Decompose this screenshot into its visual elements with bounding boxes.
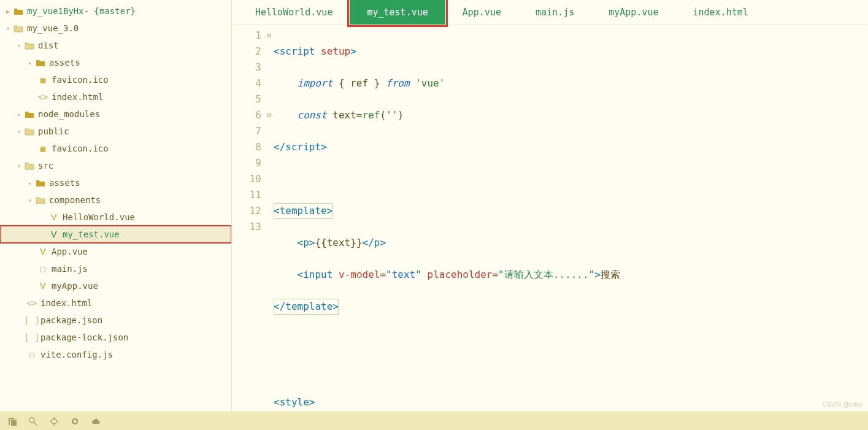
tab-indexhtml[interactable]: index.html xyxy=(676,0,766,25)
folder-open-icon xyxy=(34,196,47,204)
chevron-right-icon: ▶ xyxy=(4,8,12,15)
chevron-right-icon: ▸ xyxy=(15,111,23,118)
tree-project-root-1[interactable]: ▶ my_vue1ByHx - {master} xyxy=(0,2,231,20)
folder-icon xyxy=(34,58,47,67)
tab-label: App.vue xyxy=(463,7,501,18)
tree-item-label: my_vue_3.0 xyxy=(27,23,79,33)
folder-icon xyxy=(12,7,25,15)
tree-file-appvue[interactable]: Ⅴ App.vue xyxy=(0,243,231,260)
fold-toggle-icon[interactable]: ⊟ xyxy=(265,107,274,123)
chevron-right-icon: ▸ xyxy=(26,180,34,186)
tree-file-packagejson[interactable]: [ ] package.json xyxy=(0,312,231,329)
tree-item-label: main.js xyxy=(52,264,88,274)
tree-file-index-dist[interactable]: <> index.html xyxy=(0,88,231,106)
tree-file-myappvue[interactable]: Ⅴ myApp.vue xyxy=(0,277,231,294)
vue-file-icon: Ⅴ xyxy=(48,229,60,239)
svg-point-0 xyxy=(29,418,34,423)
folder-icon xyxy=(23,110,36,118)
file-explorer-sidebar: ▶ my_vue1ByHx - {master} ▾ my_vue_3.0 ▾ … xyxy=(0,0,232,412)
fold-toggle-icon[interactable]: ⊟ xyxy=(265,28,274,44)
folder-open-icon xyxy=(23,161,36,170)
tree-item-label: vite.config.js xyxy=(40,350,113,359)
vue-file-icon: Ⅴ xyxy=(37,281,49,291)
code-editor[interactable]: 1 2 3 4 5 6 7 8 9 10 11 12 13 ⊟ ⊟ <scrip… xyxy=(232,25,868,412)
tree-file-favicon-public[interactable]: ▦ favicon.ico xyxy=(0,140,231,157)
tab-mainjs[interactable]: main.js xyxy=(518,0,591,25)
tab-label: HelloWorld.vue xyxy=(255,7,332,18)
tree-item-label: package.json xyxy=(40,315,102,325)
tree-item-label: my_vue1ByHx xyxy=(27,6,84,16)
tab-helloworld[interactable]: HelloWorld.vue xyxy=(238,0,350,25)
vue-file-icon: Ⅴ xyxy=(48,212,60,222)
tree-item-label: assets xyxy=(49,178,80,188)
svg-line-1 xyxy=(34,422,37,425)
tree-folder-components[interactable]: ▾ components xyxy=(0,191,231,209)
tree-item-label: index.html xyxy=(52,92,103,102)
tree-file-packagelock[interactable]: [ ] package-lock.json xyxy=(0,329,231,346)
tab-label: my_test.vue xyxy=(367,7,428,18)
tree-file-indexhtml[interactable]: <> index.html xyxy=(0,294,231,312)
tree-project-root-2[interactable]: ▾ my_vue_3.0 xyxy=(0,20,231,37)
js-file-icon: ▢ xyxy=(26,350,38,359)
tab-appvue[interactable]: App.vue xyxy=(445,0,518,25)
tab-label: main.js xyxy=(536,7,574,18)
tree-file-mytest[interactable]: Ⅴ my_test.vue xyxy=(0,226,231,243)
chevron-down-icon: ▾ xyxy=(4,25,12,32)
tree-file-helloworld[interactable]: Ⅴ HelloWorld.vue xyxy=(0,209,231,226)
fold-gutter: ⊟ ⊟ xyxy=(265,28,274,412)
image-file-icon: ▦ xyxy=(37,75,49,85)
folder-icon xyxy=(34,179,47,187)
chevron-down-icon: ▾ xyxy=(15,163,23,169)
vue-file-icon: Ⅴ xyxy=(37,247,49,256)
chevron-right-icon: ▸ xyxy=(26,60,34,66)
watermark-text: CSDN @ciku xyxy=(822,401,862,408)
file-tree: ▶ my_vue1ByHx - {master} ▾ my_vue_3.0 ▾ … xyxy=(0,0,231,412)
editor-tab-bar: HelloWorld.vue my_test.vue App.vue main.… xyxy=(232,0,868,25)
tree-folder-node-modules[interactable]: ▸ node_modules xyxy=(0,106,231,123)
tree-item-label: src xyxy=(38,161,53,171)
search-bug-icon[interactable] xyxy=(28,417,38,426)
tree-item-label: public xyxy=(38,126,69,136)
tab-label: myApp.vue xyxy=(609,7,658,18)
cloud-icon[interactable] xyxy=(91,417,101,426)
tree-item-label: dist xyxy=(38,40,59,50)
files-icon[interactable] xyxy=(7,417,17,426)
chevron-down-icon: ▾ xyxy=(26,197,34,204)
chevron-down-icon: ▾ xyxy=(15,42,23,49)
html-file-icon: <> xyxy=(37,92,49,102)
tree-folder-public[interactable]: ▾ public xyxy=(0,123,231,140)
tree-folder-src-assets[interactable]: ▸ assets xyxy=(0,174,231,191)
sync-icon[interactable] xyxy=(70,417,80,426)
tree-item-label: favicon.ico xyxy=(52,75,109,85)
svg-point-2 xyxy=(52,419,56,424)
tree-item-label: my_test.vue xyxy=(63,229,120,239)
tree-file-favicon-dist[interactable]: ▦ favicon.ico xyxy=(0,71,231,88)
js-file-icon: ▢ xyxy=(37,264,49,274)
tree-file-mainjs[interactable]: ▢ main.js xyxy=(0,260,231,277)
code-content[interactable]: <script setup> import { ref } from 'vue'… xyxy=(274,28,868,412)
folder-open-icon xyxy=(12,24,25,33)
json-file-icon: [ ] xyxy=(26,332,38,342)
folder-open-icon xyxy=(23,127,36,136)
tree-folder-dist[interactable]: ▾ dist xyxy=(0,37,231,54)
html-file-icon: <> xyxy=(26,298,38,308)
tree-item-label: App.vue xyxy=(52,247,88,256)
tree-folder-src[interactable]: ▾ src xyxy=(0,157,231,174)
tab-label: index.html xyxy=(693,7,748,18)
tree-folder-dist-assets[interactable]: ▸ assets xyxy=(0,54,231,71)
tab-mytest[interactable]: my_test.vue xyxy=(350,0,445,25)
debug-icon[interactable] xyxy=(49,417,59,426)
line-number-gutter: 1 2 3 4 5 6 7 8 9 10 11 12 13 xyxy=(232,28,265,412)
json-file-icon: [ ] xyxy=(26,315,38,325)
tree-item-suffix: - {master} xyxy=(84,6,136,16)
folder-open-icon xyxy=(23,41,36,50)
chevron-down-icon: ▾ xyxy=(15,128,23,135)
tree-item-label: index.html xyxy=(40,298,92,308)
tab-myappvue[interactable]: myApp.vue xyxy=(591,0,675,25)
tree-item-label: package-lock.json xyxy=(40,332,128,342)
tree-item-label: HelloWorld.vue xyxy=(63,212,135,222)
tree-item-label: assets xyxy=(49,58,80,67)
tree-file-viteconfig[interactable]: ▢ vite.config.js xyxy=(0,346,231,363)
tree-item-label: favicon.ico xyxy=(52,144,109,153)
tree-item-label: components xyxy=(49,195,101,205)
